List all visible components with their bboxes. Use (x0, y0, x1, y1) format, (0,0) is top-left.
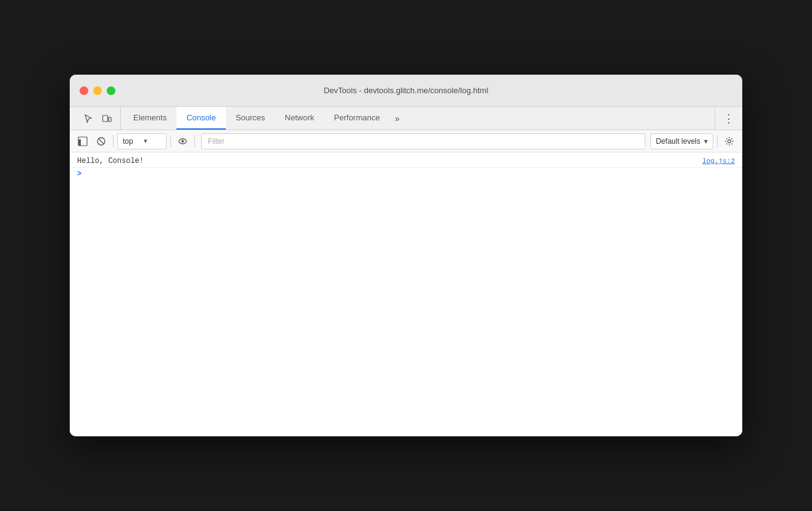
close-button[interactable] (80, 86, 88, 95)
svg-point-8 (728, 139, 731, 143)
tab-network[interactable]: Network (275, 107, 325, 130)
console-content: Hello, Console! log.js:2 > (70, 152, 742, 436)
svg-rect-3 (78, 139, 81, 146)
console-toolbar: top ▾ Default levels ▾ (70, 130, 742, 152)
console-prompt[interactable]: > (70, 168, 742, 180)
tabs-bar: Elements Console Sources Network Perform… (70, 107, 742, 130)
toolbar-divider-4 (717, 135, 718, 147)
toolbar-divider-1 (113, 135, 114, 147)
devtools-icon-group (75, 107, 121, 130)
tab-sources[interactable]: Sources (226, 107, 275, 130)
maximize-button[interactable] (107, 86, 115, 95)
device-toolbar-button[interactable] (98, 110, 115, 127)
log-levels-dropdown[interactable]: Default levels ▾ (650, 133, 713, 149)
tabs-right-controls: ⋮ (715, 107, 742, 130)
filter-input[interactable] (201, 133, 645, 149)
tab-performance[interactable]: Performance (324, 107, 389, 130)
log-source-link[interactable]: log.js:2 (702, 157, 735, 165)
context-selector[interactable]: top ▾ (117, 133, 167, 149)
settings-button[interactable] (721, 133, 737, 149)
toolbar-divider-2 (170, 135, 171, 147)
titlebar: DevTools - devtools.glitch.me/console/lo… (70, 75, 742, 107)
more-options-button[interactable]: ⋮ (720, 110, 737, 127)
svg-rect-1 (109, 117, 111, 122)
svg-rect-0 (103, 115, 108, 122)
prompt-caret-icon: > (77, 170, 81, 178)
minimize-button[interactable] (93, 86, 102, 95)
traffic-lights (80, 86, 115, 95)
chevron-down-icon: ▾ (704, 137, 708, 146)
window-title: DevTools - devtools.glitch.me/console/lo… (324, 86, 489, 95)
devtools-window: DevTools - devtools.glitch.me/console/lo… (70, 75, 742, 436)
tab-console[interactable]: Console (176, 107, 226, 130)
log-message-text: Hello, Console! (77, 157, 144, 165)
console-log-entry: Hello, Console! log.js:2 (70, 155, 742, 168)
tabs-overflow-button[interactable]: » (390, 107, 405, 130)
inspect-element-button[interactable] (80, 110, 97, 127)
svg-point-7 (181, 140, 184, 143)
toolbar-divider-3 (194, 135, 195, 147)
panel-toggle-button[interactable] (75, 133, 91, 149)
clear-console-button[interactable] (93, 133, 109, 149)
tab-spacer (405, 107, 715, 130)
eye-icon-button[interactable] (175, 133, 191, 149)
svg-line-5 (99, 138, 104, 144)
tab-elements[interactable]: Elements (123, 107, 176, 130)
chevron-down-icon: ▾ (144, 137, 161, 145)
